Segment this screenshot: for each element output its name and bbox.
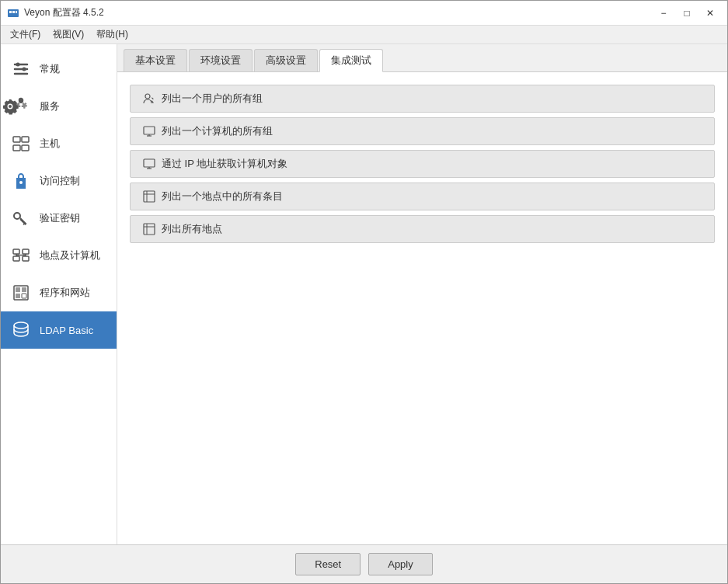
locations-icon (10, 245, 32, 266)
computer-ip-icon (143, 158, 155, 170)
sidebar-label-auth-key: 验证密钥 (40, 211, 80, 225)
maximize-button[interactable]: □ (676, 5, 698, 22)
svg-rect-31 (144, 159, 155, 167)
svg-rect-13 (22, 145, 29, 151)
sidebar-item-general[interactable]: 常规 (1, 50, 117, 88)
tab-basic[interactable]: 基本设置 (124, 49, 187, 71)
tab-bar: 基本设置 环境设置 高级设置 集成测试 (117, 44, 727, 72)
sidebar-item-locations[interactable]: 地点及计算机 (1, 237, 117, 274)
svg-point-26 (14, 322, 28, 328)
btn-list-location-items-label: 列出一个地点中的所有条目 (162, 189, 283, 203)
app-icon (7, 7, 19, 19)
apply-button[interactable]: Apply (368, 553, 433, 575)
auth-key-icon (10, 207, 32, 229)
tab-integration-test[interactable]: 集成测试 (319, 49, 383, 72)
computer-groups-icon (143, 125, 155, 137)
window-title: Veyon 配置器 4.5.2 (24, 6, 104, 19)
svg-rect-1 (9, 11, 12, 13)
sidebar-label-host: 主机 (40, 137, 60, 151)
sidebar-item-programs[interactable]: 程序和网站 (1, 274, 117, 311)
service-icon (10, 96, 32, 117)
menu-file[interactable]: 文件(F) (4, 26, 47, 43)
btn-get-computer-by-ip[interactable]: 通过 IP 地址获取计算机对象 (130, 150, 715, 178)
btn-list-location-items[interactable]: 列出一个地点中的所有条目 (130, 182, 715, 210)
svg-rect-3 (16, 11, 17, 13)
btn-list-user-groups[interactable]: 列出一个用户的所有组 (130, 85, 715, 113)
svg-rect-22 (16, 287, 20, 292)
right-panel: 基本设置 环境设置 高级设置 集成测试 列出一个用户的所有组 (117, 44, 727, 544)
all-locations-icon (143, 223, 155, 235)
svg-rect-25 (22, 294, 26, 298)
svg-rect-2 (12, 11, 15, 13)
minimize-button[interactable]: − (653, 5, 674, 22)
menu-help[interactable]: 帮助(H) (90, 26, 134, 43)
svg-rect-14 (13, 249, 19, 254)
host-icon (10, 133, 32, 155)
tab-env[interactable]: 环境设置 (189, 49, 253, 71)
user-groups-icon (143, 92, 155, 105)
sidebar-item-host[interactable]: 主机 (1, 125, 117, 162)
svg-point-5 (16, 63, 20, 67)
svg-rect-23 (16, 294, 20, 298)
btn-list-user-groups-label: 列出一个用户的所有组 (162, 92, 263, 106)
tab-content: 列出一个用户的所有组 列出一个计算机的所有组 (117, 72, 727, 544)
sidebar-item-service[interactable]: 服务 (1, 88, 117, 125)
svg-rect-11 (22, 137, 29, 142)
svg-rect-12 (13, 145, 20, 151)
menu-bar: 文件(F) 视图(V) 帮助(H) (1, 26, 727, 44)
sidebar-label-access-control: 访问控制 (40, 174, 80, 188)
access-control-icon (10, 170, 32, 192)
location-items-icon (143, 190, 155, 203)
btn-get-computer-by-ip-label: 通过 IP 地址获取计算机对象 (162, 157, 287, 171)
bottom-bar: Reset Apply (1, 544, 727, 583)
sidebar-label-general: 常规 (40, 62, 60, 76)
reset-button[interactable]: Reset (295, 553, 361, 575)
btn-list-all-locations-label: 列出所有地点 (162, 222, 222, 236)
svg-rect-17 (23, 256, 29, 261)
general-icon (10, 58, 32, 80)
svg-point-27 (145, 94, 150, 99)
sidebar-label-programs: 程序和网站 (40, 286, 90, 300)
btn-list-computer-groups[interactable]: 列出一个计算机的所有组 (130, 117, 715, 145)
svg-rect-28 (144, 127, 155, 134)
btn-list-computer-groups-label: 列出一个计算机的所有组 (162, 124, 273, 138)
main-window: Veyon 配置器 4.5.2 − □ ✕ 文件(F) 视图(V) 帮助(H) (0, 0, 728, 584)
svg-rect-16 (23, 249, 29, 254)
sidebar-item-ldap[interactable]: LDAP Basic (1, 311, 117, 349)
tab-advanced[interactable]: 高级设置 (254, 49, 318, 71)
close-button[interactable]: ✕ (699, 5, 721, 22)
svg-rect-15 (13, 256, 19, 261)
btn-list-all-locations[interactable]: 列出所有地点 (130, 215, 715, 243)
sidebar-label-locations: 地点及计算机 (40, 249, 100, 262)
main-content: 常规 (1, 44, 727, 544)
programs-icon (10, 282, 32, 304)
sidebar-item-access-control[interactable]: 访问控制 (1, 162, 117, 200)
svg-rect-37 (144, 224, 155, 235)
title-bar-left: Veyon 配置器 4.5.2 (7, 6, 104, 19)
svg-rect-34 (144, 191, 155, 202)
window-controls: − □ ✕ (653, 5, 721, 22)
sidebar-label-ldap: LDAP Basic (40, 325, 93, 336)
sidebar-label-service: 服务 (40, 99, 60, 113)
title-bar: Veyon 配置器 4.5.2 − □ ✕ (1, 1, 727, 26)
ldap-icon (10, 319, 32, 341)
svg-rect-24 (22, 287, 26, 292)
menu-view[interactable]: 视图(V) (47, 26, 90, 43)
svg-point-7 (23, 68, 26, 71)
svg-rect-10 (13, 137, 20, 142)
sidebar-item-auth-key[interactable]: 验证密钥 (1, 200, 117, 237)
sidebar: 常规 (1, 44, 117, 544)
